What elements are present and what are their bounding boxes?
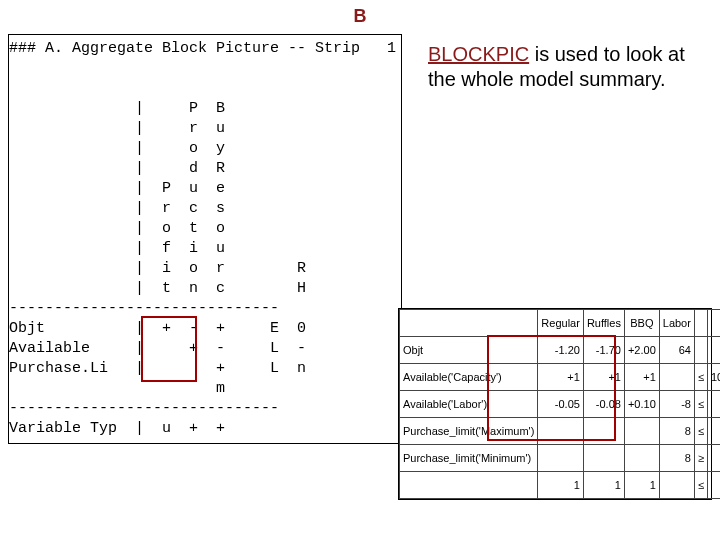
table-cell: 300 bbox=[707, 445, 720, 472]
table-cell: Purchase_limit('Minimum') bbox=[400, 445, 538, 472]
table-header bbox=[707, 310, 720, 337]
table-header: BBQ bbox=[624, 310, 659, 337]
highlight-box-table bbox=[487, 335, 616, 441]
highlight-box-code bbox=[141, 316, 197, 382]
table-header: Labor bbox=[659, 310, 694, 337]
table-cell bbox=[624, 445, 659, 472]
table-cell bbox=[583, 445, 624, 472]
table-cell bbox=[707, 337, 720, 364]
table-cell: ≤ bbox=[694, 364, 707, 391]
table-cell bbox=[659, 472, 694, 499]
table-cell: ≥ bbox=[694, 445, 707, 472]
section-letter: B bbox=[0, 6, 720, 27]
table-cell: 1 bbox=[538, 472, 584, 499]
table-cell bbox=[400, 472, 538, 499]
table-cell bbox=[694, 337, 707, 364]
annotation-text: BLOCKPIC is used to look at the whole mo… bbox=[428, 42, 694, 92]
table-cell: +0.10 bbox=[624, 391, 659, 418]
table-cell: ≤ bbox=[694, 391, 707, 418]
command-name: BLOCKPIC bbox=[428, 43, 529, 65]
table-cell: ≤ bbox=[694, 418, 707, 445]
table-cell bbox=[659, 364, 694, 391]
table-cell: 8 bbox=[659, 445, 694, 472]
blockpic-output: ### A. Aggregate Block Picture -- Strip … bbox=[8, 34, 402, 444]
table-cell: +1 bbox=[624, 364, 659, 391]
table-cell: 600 bbox=[707, 418, 720, 445]
table-cell: 10000 bbox=[707, 364, 720, 391]
model-summary-table-wrap: RegularRufflesBBQLaborObjt-1.20-1.70+2.0… bbox=[398, 308, 712, 500]
table-cell: +2.00 bbox=[624, 337, 659, 364]
table-cell: ≤ bbox=[694, 472, 707, 499]
table-cell: 1 bbox=[583, 472, 624, 499]
table-cell: 64 bbox=[659, 337, 694, 364]
table-cell bbox=[624, 418, 659, 445]
table-header bbox=[694, 310, 707, 337]
table-cell: 8 bbox=[659, 418, 694, 445]
table-cell: 0 bbox=[707, 391, 720, 418]
table-cell bbox=[538, 445, 584, 472]
table-header: Regular bbox=[538, 310, 584, 337]
table-cell bbox=[707, 472, 720, 499]
table-row: 111≤ bbox=[400, 472, 721, 499]
table-row: Purchase_limit('Minimum')8≥300 bbox=[400, 445, 721, 472]
table-header: Ruffles bbox=[583, 310, 624, 337]
table-cell: 1 bbox=[624, 472, 659, 499]
table-header bbox=[400, 310, 538, 337]
table-cell: -8 bbox=[659, 391, 694, 418]
